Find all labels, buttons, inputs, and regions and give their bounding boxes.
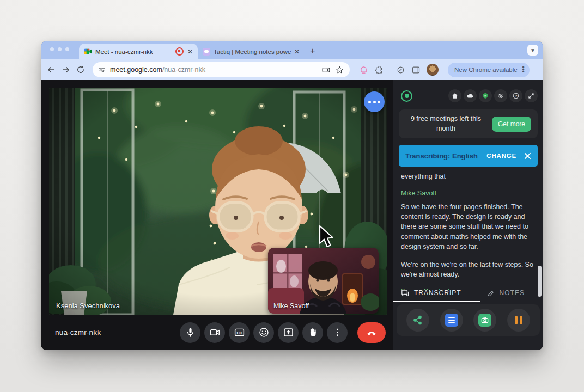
minimize-window-icon[interactable] (58, 47, 62, 51)
extension-lens-icon[interactable] (396, 65, 405, 75)
tactiq-floating-bubble-icon[interactable] (364, 91, 385, 112)
tab-meet[interactable]: Meet - nua-czmr-nkk ✕ (79, 44, 198, 59)
recording-indicator-icon (175, 47, 184, 56)
present-icon (283, 327, 294, 338)
share-button[interactable] (406, 309, 429, 332)
cloud-icon (466, 92, 474, 100)
settings-button[interactable] (494, 89, 507, 102)
tab-search-chevron-icon[interactable]: ▼ (527, 45, 538, 56)
browser-menu-icon[interactable]: ••• (520, 66, 527, 74)
tactiq-extension-icon[interactable] (359, 65, 368, 75)
pause-icon (515, 316, 522, 324)
quota-text: 9 free meetings left this month (405, 114, 486, 133)
shield-check-icon (482, 92, 489, 100)
tab-tactiq[interactable]: Tactiq | Meeting notes powe ✕ (198, 44, 305, 59)
smiley-icon (258, 327, 270, 338)
tab-notes[interactable]: NOTES (469, 289, 544, 297)
extensions-puzzle-icon[interactable] (374, 65, 384, 75)
transcript-text: We're on the we're on the last few steps… (401, 260, 536, 279)
active-tab-underline (393, 301, 480, 302)
meet-control-bar: nua-czmr-nkk (49, 315, 387, 350)
toolbar-divider (390, 65, 390, 75)
address-bar[interactable]: meet.google.com/nua-czmr-nkk (93, 62, 350, 77)
url-path: /nua-czmr-nkk (162, 66, 205, 74)
quota-card: 9 free meetings left this month Get more (399, 109, 538, 138)
sidebar-scrollbar[interactable] (538, 266, 542, 297)
more-vert-icon (332, 327, 343, 338)
mic-button[interactable] (180, 322, 200, 343)
change-language-button[interactable]: CHANGE (486, 152, 516, 159)
home-icon (451, 92, 459, 100)
tactiq-sidebar: ? 9 free meetings left this month Get mo… (393, 80, 543, 350)
more-options-button[interactable] (327, 322, 348, 343)
transcript-speaker: Mike Savoff (401, 189, 536, 197)
transcribing-banner: Transcribing: English CHANGE (399, 145, 538, 167)
present-button[interactable] (278, 322, 299, 343)
google-docs-icon (445, 314, 458, 327)
new-tab-icon[interactable]: + (310, 47, 315, 56)
sidebar-tabs: TRANSCRIPT NOTES (393, 284, 543, 302)
end-call-button[interactable] (357, 322, 386, 343)
meet-page: Ksenia Svechnikova (41, 80, 543, 350)
tab-close-icon[interactable]: ✕ (294, 48, 300, 55)
reactions-button[interactable] (253, 322, 274, 343)
collapse-panel-button[interactable] (525, 89, 538, 102)
tactiq-logo-icon (401, 90, 412, 102)
tab-transcript[interactable]: TRANSCRIPT (393, 289, 469, 298)
get-more-button[interactable]: Get more (492, 117, 531, 132)
home-button[interactable] (448, 89, 461, 102)
svg-text:?: ? (515, 94, 517, 97)
tactiq-action-bar (397, 304, 540, 336)
desktop: Meet - nua-czmr-nkk ✕ Tactiq | Meeting n… (0, 0, 584, 392)
forward-icon[interactable] (61, 65, 71, 75)
notes-pencil-icon (487, 289, 495, 297)
pip-name-label: Mike Savoff (273, 302, 309, 310)
captions-icon: CC (234, 327, 245, 338)
chrome-update-button[interactable]: New Chrome available ••• (448, 63, 530, 77)
meeting-code: nua-czmr-nkk (55, 328, 101, 336)
window-controls[interactable] (50, 47, 69, 51)
screenshot-button[interactable] (473, 309, 496, 332)
transcript-text: So we have the four pages finished. The … (401, 202, 536, 252)
profile-avatar[interactable] (427, 64, 439, 76)
meet-favicon (84, 47, 92, 56)
camera-button[interactable] (204, 322, 225, 343)
help-button[interactable]: ? (509, 89, 522, 102)
transcript-chat-icon (400, 289, 410, 298)
tab-notes-label: NOTES (500, 289, 525, 297)
pip-video-tile[interactable]: Mike Savoff (268, 248, 379, 314)
tab-strip: Meet - nua-czmr-nkk ✕ Tactiq | Meeting n… (41, 41, 543, 59)
mouse-cursor (318, 225, 334, 250)
svg-text:CC: CC (236, 331, 242, 335)
transcript-panel[interactable]: everything that Mike Savoff So we have t… (399, 167, 538, 290)
tactiq-favicon (203, 48, 210, 56)
url-host: meet.google.com (110, 66, 162, 74)
tab-transcript-label: TRANSCRIPT (414, 289, 461, 297)
main-video-tile[interactable]: Ksenia Svechnikova (49, 88, 387, 315)
site-settings-icon[interactable] (98, 66, 106, 74)
tab-close-icon[interactable]: ✕ (187, 48, 193, 55)
transcribing-label: Transcribing: English (405, 152, 478, 160)
close-banner-icon[interactable] (524, 152, 531, 160)
tab-title: Tactiq | Meeting notes powe (214, 48, 291, 55)
captions-button[interactable]: CC (229, 322, 250, 343)
browser-window: Meet - nua-czmr-nkk ✕ Tactiq | Meeting n… (41, 41, 543, 350)
close-window-icon[interactable] (50, 47, 54, 51)
camera-in-use-icon[interactable] (321, 65, 331, 75)
camera-icon (209, 327, 221, 338)
back-icon[interactable] (46, 65, 56, 75)
reload-icon[interactable] (76, 65, 86, 75)
pause-transcription-button[interactable] (507, 309, 530, 332)
side-panel-icon[interactable] (411, 65, 421, 75)
help-icon: ? (512, 92, 520, 100)
cloud-button[interactable] (464, 89, 477, 102)
bookmark-star-icon[interactable] (335, 65, 344, 75)
zoom-window-icon[interactable] (65, 47, 69, 51)
privacy-shield-button[interactable] (479, 89, 492, 102)
export-docs-button[interactable] (440, 309, 463, 332)
mic-icon (185, 327, 196, 338)
raise-hand-button[interactable] (302, 322, 323, 343)
end-call-icon (366, 327, 378, 339)
tab-title: Meet - nua-czmr-nkk (95, 48, 172, 55)
browser-toolbar: meet.google.com/nua-czmr-nkk (41, 59, 543, 80)
